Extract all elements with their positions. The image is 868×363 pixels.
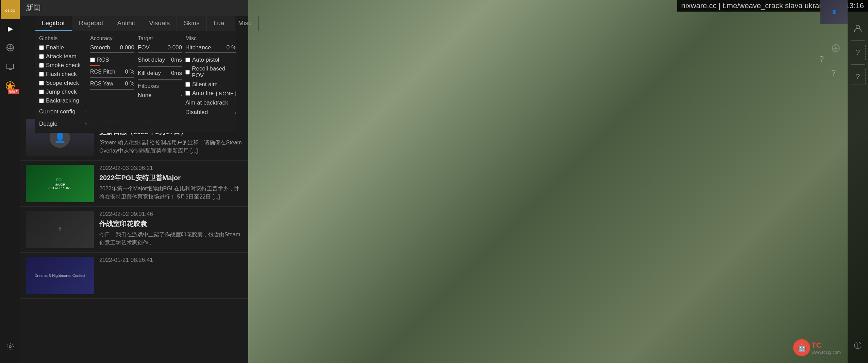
news-excerpt-0: [Steam 输入/控制器] 给控制器用户的注释：请确保在Steam Overl… bbox=[99, 139, 243, 155]
sidebar-community[interactable] bbox=[3, 40, 18, 55]
news-excerpt-2: 今日，我们在游戏中上架了作战室印花胶囊，包含由Steam创意工坊艺术家创作... bbox=[99, 231, 243, 247]
rcs-checkbox[interactable] bbox=[90, 58, 95, 62]
news-date-2: 2022-02-02 09:01:46 bbox=[99, 211, 243, 218]
flash-check-checkbox[interactable] bbox=[39, 72, 44, 77]
current-config-label: Current config bbox=[39, 108, 76, 115]
deagle-label: Deagle bbox=[39, 121, 57, 127]
rcs-section: RCS RCS Pitch 0 % RCS Yaw 0 % bbox=[90, 57, 134, 90]
target-column: Target FOV 0.000 Shot delay 0ms bbox=[138, 35, 182, 129]
logo-site: www.fcsjq.com bbox=[812, 350, 841, 355]
jump-check-row: Jump check bbox=[39, 89, 87, 95]
fov-row: FOV 0.000 bbox=[138, 44, 182, 53]
news-thumb-3: Dreams & Nightmares Contest bbox=[26, 257, 94, 294]
attack-team-checkbox[interactable] bbox=[39, 54, 44, 59]
enable-label: Enable bbox=[46, 44, 64, 51]
scope-check-label: Scope check bbox=[46, 80, 79, 86]
backtracking-checkbox[interactable] bbox=[39, 98, 44, 103]
auto-fire-label: Auto fire bbox=[192, 90, 214, 97]
misc-column: Misc Hitchance 0 % Auto pistol bbox=[185, 35, 236, 129]
kill-delay-track[interactable] bbox=[138, 79, 182, 80]
news-item-1[interactable]: PGL MAJORANTWERP 2022 2022-02-03 03:06:2… bbox=[20, 161, 248, 207]
news-thumb-1: PGL MAJORANTWERP 2022 bbox=[26, 165, 94, 202]
news-title-1: 2022年PGL安特卫普Major bbox=[99, 173, 243, 183]
tab-visuals[interactable]: Visuals bbox=[142, 16, 177, 31]
auto-pistol-checkbox[interactable] bbox=[185, 58, 190, 62]
silent-aim-checkbox[interactable] bbox=[185, 82, 190, 87]
aim-backtrack-select[interactable]: Disabled › bbox=[185, 109, 236, 116]
hitboxes-value: None bbox=[138, 92, 152, 99]
hitchance-track[interactable] bbox=[185, 52, 236, 53]
svg-text:CS:GO: CS:GO bbox=[5, 9, 15, 12]
news-title: 新闻 bbox=[26, 3, 41, 12]
sidebar-newest[interactable]: 最新！ bbox=[3, 78, 18, 93]
target-title: Target bbox=[138, 35, 182, 42]
news-date-3: 2022-01-21 08:26:41 bbox=[99, 257, 243, 264]
fov-track[interactable] bbox=[138, 52, 182, 53]
smoke-check-checkbox[interactable] bbox=[39, 63, 44, 68]
news-title-2: 作战室印花胶囊 bbox=[99, 219, 243, 228]
tab-antihit[interactable]: Antihit bbox=[110, 16, 142, 31]
right-avatar-icon[interactable] bbox=[850, 20, 866, 36]
right-question-icon[interactable]: ? bbox=[850, 45, 866, 60]
rcs-pitch-value: 0 % bbox=[117, 69, 134, 75]
jump-check-checkbox[interactable] bbox=[39, 90, 44, 94]
backtracking-label: Backtracking bbox=[46, 97, 79, 104]
silent-aim-row: Silent aim bbox=[185, 81, 236, 88]
recoil-fov-row: Recoil based FOV bbox=[185, 65, 236, 79]
jump-check-label: Jump check bbox=[46, 89, 77, 95]
hitchance-row: Hitchance 0 % bbox=[185, 44, 236, 53]
sidebar-play[interactable]: ▶ bbox=[3, 21, 18, 36]
sidebar-gear[interactable] bbox=[3, 339, 18, 354]
hud-question-2: ? bbox=[831, 68, 836, 78]
right-question2-icon[interactable]: ? bbox=[850, 69, 866, 84]
tab-misc[interactable]: Misc bbox=[231, 16, 258, 31]
aim-backtrack-arrow: › bbox=[235, 110, 236, 115]
right-divider-1 bbox=[851, 40, 865, 41]
hitboxes-arrow: › bbox=[180, 93, 182, 98]
kill-delay-row: Kill delay 0ms bbox=[138, 70, 182, 77]
hitboxes-select-row[interactable]: None › bbox=[138, 92, 182, 99]
smoke-check-row: Smoke check bbox=[39, 62, 87, 69]
rcs-label: RCS bbox=[97, 57, 109, 63]
rcs-divider bbox=[90, 65, 100, 66]
news-item-3[interactable]: Dreams & Nightmares Contest 2022-01-21 0… bbox=[20, 253, 248, 299]
auto-fire-checkbox[interactable] bbox=[185, 91, 190, 96]
smoke-check-label: Smoke check bbox=[46, 62, 81, 69]
tab-ragebot[interactable]: Ragebot bbox=[72, 16, 111, 31]
accuracy-title: Accuracy bbox=[90, 35, 134, 42]
svg-rect-4 bbox=[7, 64, 14, 69]
kill-delay-label: Kill delay bbox=[138, 70, 161, 77]
news-panel-inner: 👤 2022-02-18 07:29:12 更新日志（2022年2月17日） [… bbox=[20, 115, 248, 363]
tab-skins[interactable]: Skins bbox=[177, 16, 206, 31]
silent-aim-label: Silent aim bbox=[192, 81, 218, 88]
rcs-pitch-track[interactable] bbox=[90, 77, 134, 78]
auto-pistol-row: Auto pistol bbox=[185, 57, 236, 63]
scope-check-checkbox[interactable] bbox=[39, 81, 44, 85]
shot-delay-track[interactable] bbox=[138, 66, 182, 67]
tab-legitbot[interactable]: Legitbot bbox=[35, 16, 72, 31]
current-config-arrow: › bbox=[85, 109, 87, 114]
recoil-fov-checkbox[interactable] bbox=[185, 70, 190, 75]
cheat-panel: Legitbot Ragebot Antihit Visuals Skins L… bbox=[35, 16, 235, 133]
smooth-track[interactable] bbox=[90, 52, 134, 53]
enable-checkbox[interactable] bbox=[39, 45, 44, 50]
hitboxes-section: Hitboxes None › bbox=[138, 83, 182, 99]
auto-fire-check-row: Auto fire bbox=[185, 90, 214, 97]
news-content-2: 2022-02-02 09:01:46 作战室印花胶囊 今日，我们在游戏中上架了… bbox=[99, 211, 243, 248]
deagle-arrow: › bbox=[85, 121, 87, 127]
flash-check-label: Flash check bbox=[46, 71, 77, 78]
fov-label: FOV bbox=[138, 44, 150, 51]
right-divider-2 bbox=[851, 64, 865, 65]
sidebar-tv[interactable] bbox=[3, 59, 18, 74]
rcs-yaw-track[interactable] bbox=[90, 89, 134, 90]
rcs-pitch-row: RCS Pitch 0 % bbox=[90, 69, 134, 75]
misc-title: Misc bbox=[185, 35, 236, 42]
news-excerpt-1: 2022年第一个Major继续由PGL在比利时安特卫普举办，并将在安特卫普体育竞… bbox=[99, 185, 243, 201]
csgo-logo: CS:GO bbox=[1, 0, 20, 19]
svg-point-9 bbox=[9, 346, 11, 348]
rcs-yaw-label: RCS Yaw bbox=[90, 81, 113, 87]
tab-lua[interactable]: Lua bbox=[207, 16, 232, 31]
news-item-2[interactable]: 🎖 2022-02-02 09:01:46 作战室印花胶囊 今日，我们在游戏中上… bbox=[20, 207, 248, 253]
right-info-icon[interactable]: ⓘ bbox=[850, 338, 866, 353]
shot-delay-row: Shot delay 0ms bbox=[138, 57, 182, 63]
